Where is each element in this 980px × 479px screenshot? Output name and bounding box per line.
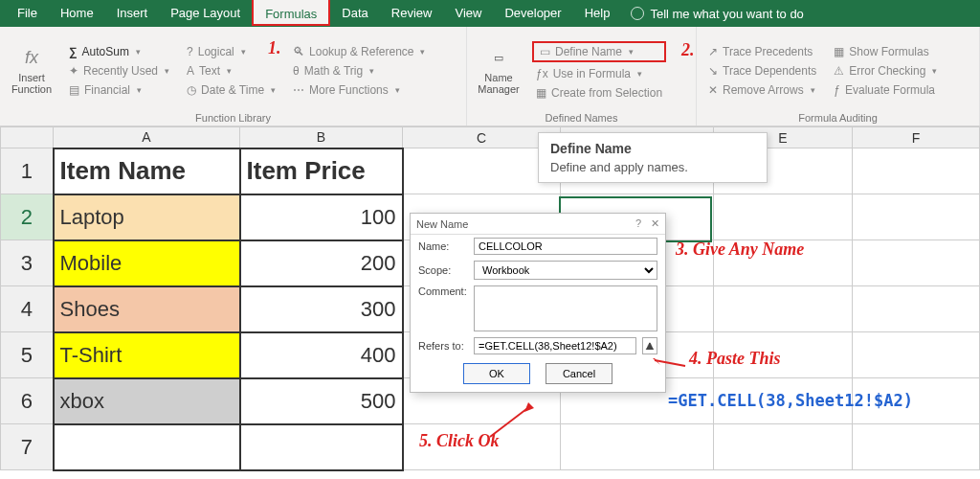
table-row[interactable]: 1 Item Name Item Price	[1, 148, 980, 194]
fx-small-icon: ƒx	[536, 67, 548, 80]
dialog-title: New Name	[416, 218, 468, 230]
fx-icon: fx	[18, 47, 45, 70]
create-from-selection-button[interactable]: ▦Create from Selection	[532, 85, 666, 101]
money-icon: ▤	[69, 83, 79, 97]
tab-file[interactable]: File	[6, 0, 49, 27]
cell-price[interactable]: 200	[240, 240, 403, 286]
table-row[interactable]: 7	[1, 424, 980, 470]
star-icon: ✦	[69, 64, 78, 78]
grid-icon: ▦	[536, 86, 546, 100]
tab-home[interactable]: Home	[49, 0, 105, 27]
cell-item[interactable]: Shoes	[54, 286, 240, 332]
trace-precedents-button[interactable]: ↗Trace Precedents	[704, 44, 820, 59]
refers-label: Refers to:	[418, 340, 468, 352]
date-time-button[interactable]: ◷Date & Time▾	[183, 82, 279, 98]
col-B[interactable]: B	[240, 127, 403, 148]
math-trig-button[interactable]: θMath & Trig▾	[289, 63, 429, 79]
tab-developer[interactable]: Developer	[493, 0, 572, 27]
theta-icon: θ	[293, 64, 300, 78]
tab-page-layout[interactable]: Page Layout	[159, 0, 252, 27]
bulb-icon	[631, 7, 644, 20]
name-manager-icon: ▭	[485, 47, 512, 70]
row-header[interactable]: 1	[1, 148, 54, 194]
text-button[interactable]: AText▾	[183, 63, 279, 79]
clock-icon: ◷	[187, 83, 196, 97]
name-manager-button[interactable]: ▭ Name Manager	[475, 31, 523, 110]
tell-me[interactable]: Tell me what you want to do	[631, 7, 803, 21]
tab-review[interactable]: Review	[380, 0, 444, 27]
tab-insert[interactable]: Insert	[105, 0, 160, 27]
cell-price[interactable]: 500	[240, 378, 403, 424]
evaluate-formula-button[interactable]: ƒEvaluate Formula	[830, 82, 941, 98]
lookup-icon: 🔍︎	[293, 45, 304, 58]
remove-arrows-button[interactable]: ✕Remove Arrows▾	[704, 82, 820, 98]
tab-data[interactable]: Data	[330, 0, 379, 27]
name-input[interactable]	[474, 238, 657, 255]
col-C[interactable]: C	[403, 127, 561, 148]
row-header[interactable]: 4	[1, 286, 54, 332]
trace-dependents-button[interactable]: ↘Trace Dependents	[704, 63, 820, 79]
error-icon: ⚠︎	[834, 64, 844, 78]
group-formula-auditing: Formula Auditing	[704, 110, 971, 124]
row-header[interactable]: 5	[1, 332, 54, 378]
col-A[interactable]: A	[54, 127, 240, 148]
tell-me-label: Tell me what you want to do	[650, 7, 803, 21]
collapse-dialog-icon[interactable]: ⯅	[642, 337, 657, 354]
ribbon-tab-bar: File Home Insert Page Layout Formulas Da…	[0, 0, 980, 27]
tooltip-body: Define and apply names.	[550, 160, 755, 174]
cancel-button[interactable]: Cancel	[546, 363, 612, 384]
scope-label: Scope:	[418, 264, 468, 276]
sigma-icon: ∑	[69, 45, 78, 58]
name-label: Name:	[418, 240, 468, 252]
financial-button[interactable]: ▤Financial▾	[65, 82, 173, 98]
eval-icon: ƒ	[834, 83, 840, 97]
dependents-icon: ↘	[708, 64, 718, 78]
use-in-formula-button[interactable]: ƒxUse in Formula▾	[532, 66, 666, 81]
group-function-library: Function Library	[8, 110, 458, 124]
row-header[interactable]: 6	[1, 378, 54, 424]
row-header[interactable]: 3	[1, 240, 54, 286]
group-defined-names: Defined Names	[475, 110, 688, 124]
a-icon: A	[187, 64, 194, 78]
lookup-button[interactable]: 🔍︎Lookup & Reference▾	[289, 44, 429, 59]
tag-icon: ▭	[540, 45, 550, 58]
recently-used-button[interactable]: ✦Recently Used▾	[65, 63, 173, 79]
tab-view[interactable]: View	[443, 0, 493, 27]
help-icon[interactable]: ?	[635, 217, 641, 230]
close-icon[interactable]: ✕	[651, 217, 659, 230]
formulas-icon: ▦	[834, 45, 844, 58]
remove-icon: ✕	[708, 83, 718, 97]
ok-button[interactable]: OK	[463, 363, 530, 384]
insert-function-button[interactable]: fx Insert Function	[8, 31, 56, 110]
precedents-icon: ↗	[708, 45, 718, 58]
tooltip-title: Define Name	[550, 141, 755, 156]
cell-item[interactable]: xbox	[54, 378, 240, 424]
header-item-name[interactable]: Item Name	[54, 148, 240, 194]
autosum-button[interactable]: ∑AutoSum▾	[65, 44, 173, 59]
refers-to-input[interactable]	[474, 337, 636, 354]
cell-price[interactable]	[240, 424, 403, 470]
cell-price[interactable]: 300	[240, 286, 403, 332]
cell-price[interactable]: 100	[240, 194, 403, 240]
cell-item[interactable]	[54, 424, 240, 470]
col-F[interactable]: F	[853, 127, 980, 148]
define-name-tooltip: Define Name Define and apply names.	[538, 132, 768, 183]
comment-input[interactable]	[474, 285, 657, 331]
ribbon: fx Insert Function ∑AutoSum▾ ✦Recently U…	[0, 27, 980, 126]
tab-formulas[interactable]: Formulas	[252, 0, 330, 26]
define-name-button[interactable]: ▭Define Name▾	[532, 41, 666, 62]
error-checking-button[interactable]: ⚠︎Error Checking▾	[830, 63, 941, 79]
header-item-price[interactable]: Item Price	[240, 148, 403, 194]
tab-help[interactable]: Help	[573, 0, 622, 27]
scope-select[interactable]: Workbook	[474, 261, 657, 280]
row-header[interactable]: 2	[1, 194, 54, 240]
cell-item[interactable]: T-Shirt	[54, 332, 240, 378]
more-functions-button[interactable]: ⋯More Functions▾	[289, 82, 429, 98]
cell-price[interactable]: 400	[240, 332, 403, 378]
logical-button[interactable]: ?Logical▾	[183, 44, 279, 59]
row-header[interactable]: 7	[1, 424, 54, 470]
show-formulas-button[interactable]: ▦Show Formulas	[830, 44, 941, 59]
cell-item[interactable]: Mobile	[54, 240, 240, 286]
cell-item[interactable]: Laptop	[54, 194, 240, 240]
column-headers[interactable]: A B C D E F	[1, 127, 980, 148]
